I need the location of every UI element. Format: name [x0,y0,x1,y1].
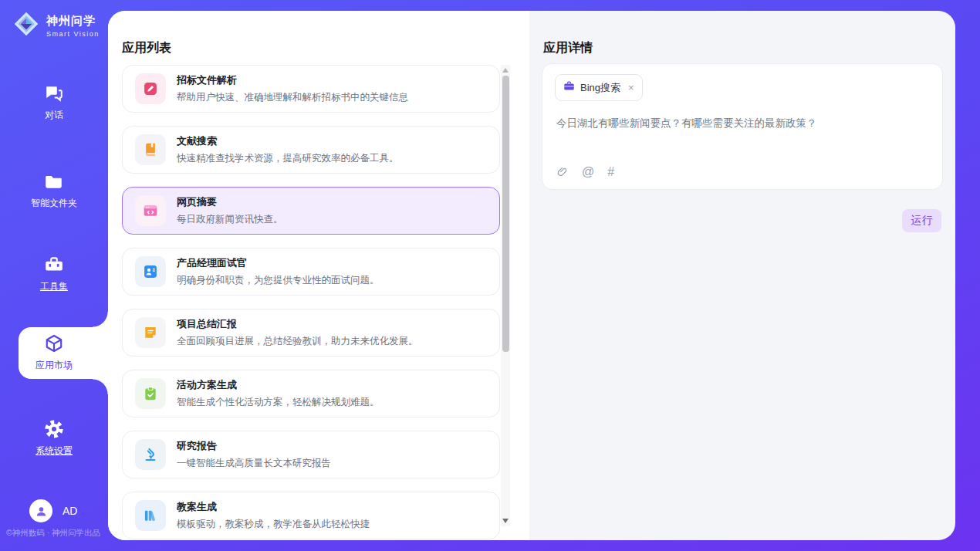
app-card-description: 智能生成个性化活动方案，轻松解决规划难题。 [177,396,380,409]
sidebar-item-label: 工具集 [40,280,68,293]
sidebar-footer: ©神州数码 · 神州问学出品 [6,528,108,539]
app-card[interactable]: 招标文件解析帮助用户快速、准确地理解和解析招标书中的关键信息 [122,65,500,113]
app-card-texts: 项目总结汇报全面回顾项目进展，总结经验教训，助力未来优化发展。 [177,317,418,348]
scrollbar[interactable] [501,65,510,526]
app-card-name: 网页摘要 [177,195,283,209]
app-card-description: 全面回顾项目进展，总结经验教训，助力未来优化发展。 [177,335,418,348]
app-card-name: 文献搜索 [177,134,399,148]
app-card-description: 快速精准查找学术资源，提高研究效率的必备工具。 [177,152,399,165]
app-window: { "brand": { "name": "神州问学", "subtitle":… [0,0,980,551]
app-list-panel: 应用列表 招标文件解析帮助用户快速、准确地理解和解析招标书中的关键信息文献搜索快… [108,11,529,540]
scroll-down-arrow-icon[interactable] [502,519,509,523]
app-card-name: 研究报告 [177,439,331,453]
sidebar-item-chat[interactable]: 对话 [0,83,108,122]
folder-icon [44,171,64,191]
tool-chip-label: Bing搜索 [580,81,620,95]
app-card-name: 项目总结汇报 [177,317,418,331]
edit-document-icon [135,73,166,104]
app-card-list: 招标文件解析帮助用户快速、准确地理解和解析招标书中的关键信息文献搜索快速精准查找… [122,65,500,540]
briefcase-icon [563,80,575,95]
app-card[interactable]: 研究报告一键智能生成高质量长文本研究报告 [122,431,500,478]
clipboard-check-icon [135,378,166,409]
app-card-description: 帮助用户快速、准确地理解和解析招标书中的关键信息 [177,91,408,104]
diamond-logo-icon [12,10,40,41]
app-card[interactable]: 活动方案生成智能生成个性化活动方案，轻松解决规划难题。 [122,370,500,417]
app-detail-title: 应用详情 [543,40,593,56]
app-card-texts: 文献搜索快速精准查找学术资源，提高研究效率的必备工具。 [177,134,399,165]
app-card-name: 活动方案生成 [177,378,380,392]
sidebar-item-label: 系统设置 [35,445,73,458]
app-card-texts: 网页摘要每日政府新闻资讯快查。 [177,195,283,226]
note-icon [135,317,166,348]
app-card[interactable]: 产品经理面试官明确身份和职责，为您提供专业性的面试问题。 [122,248,500,296]
app-card-texts: 招标文件解析帮助用户快速、准确地理解和解析招标书中的关键信息 [177,73,408,104]
brand-logo: 神州问学 Smart Vision [12,10,100,41]
app-card-name: 产品经理面试官 [177,256,380,270]
browser-code-icon [135,195,166,226]
app-card-name: 教案生成 [177,500,370,514]
attachment-icon[interactable] [556,166,569,178]
sidebar-item-cube[interactable]: 应用市场 [0,333,108,372]
brand-subtitle: Smart Vision [46,30,100,38]
close-icon[interactable]: × [628,83,634,93]
app-card[interactable]: 教案生成模板驱动，教案秒成，教学准备从此轻松快捷 [122,492,500,539]
interviewer-icon [135,256,166,287]
sidebar-item-toolbox[interactable]: 工具集 [0,255,108,293]
sidebar-item-label: 智能文件夹 [31,197,77,210]
scroll-up-arrow-icon[interactable] [502,68,509,73]
app-card[interactable]: 项目总结汇报全面回顾项目进展，总结经验教训，助力未来优化发展。 [122,309,500,357]
app-card-texts: 活动方案生成智能生成个性化活动方案，轻松解决规划难题。 [177,378,380,409]
prompt-toolbar: @# [556,166,614,178]
app-card[interactable]: 网页摘要每日政府新闻资讯快查。 [122,187,500,235]
run-button[interactable]: 运行 [902,209,941,232]
research-icon [135,439,166,470]
app-card-description: 明确身份和职责，为您提供专业性的面试问题。 [177,274,380,287]
chat-icon [44,83,64,103]
app-card-description: 一键智能生成高质量长文本研究报告 [177,457,331,470]
scrollbar-thumb[interactable] [502,76,509,352]
app-card-texts: 研究报告一键智能生成高质量长文本研究报告 [177,439,331,470]
user-name: AD [63,505,77,517]
prompt-card[interactable]: Bing搜索 × 今日湖北有哪些新闻要点？有哪些需要关注的最新政策？ @# [542,63,943,190]
prompt-input[interactable]: 今日湖北有哪些新闻要点？有哪些需要关注的最新政策？ [556,117,927,130]
gear-icon [44,419,64,439]
sidebar-item-folder[interactable]: 智能文件夹 [0,171,108,210]
sidebar-item-label: 对话 [45,109,63,122]
content-area: 应用列表 招标文件解析帮助用户快速、准确地理解和解析招标书中的关键信息文献搜索快… [108,11,955,540]
app-card-texts: 产品经理面试官明确身份和职责，为您提供专业性的面试问题。 [177,256,380,287]
books-icon [135,500,166,531]
app-card-description: 每日政府新闻资讯快查。 [177,213,283,226]
brand-name: 神州问学 [46,14,100,29]
avatar[interactable] [29,499,52,522]
toolbox-icon [44,255,64,275]
app-detail-panel: 应用详情 Bing搜索 × 今日湖北有哪些新闻要点？有哪些需要关注的最新政策？ … [529,11,955,540]
user-row[interactable]: AD [29,499,77,522]
sidebar-item-gear[interactable]: 系统设置 [0,419,108,458]
hash-icon[interactable]: # [607,166,614,178]
app-card[interactable]: 文献搜索快速精准查找学术资源，提高研究效率的必备工具。 [122,126,500,174]
app-card-description: 模板驱动，教案秒成，教学准备从此轻松快捷 [177,518,370,531]
app-card-texts: 教案生成模板驱动，教案秒成，教学准备从此轻松快捷 [177,500,370,531]
mention-icon[interactable]: @ [582,166,594,178]
cube-icon [44,333,64,353]
sidebar-item-label: 应用市场 [35,359,73,372]
tool-chip[interactable]: Bing搜索 × [555,74,643,101]
app-list-title: 应用列表 [122,40,171,56]
book-icon [135,134,166,165]
app-card-name: 招标文件解析 [177,73,408,87]
